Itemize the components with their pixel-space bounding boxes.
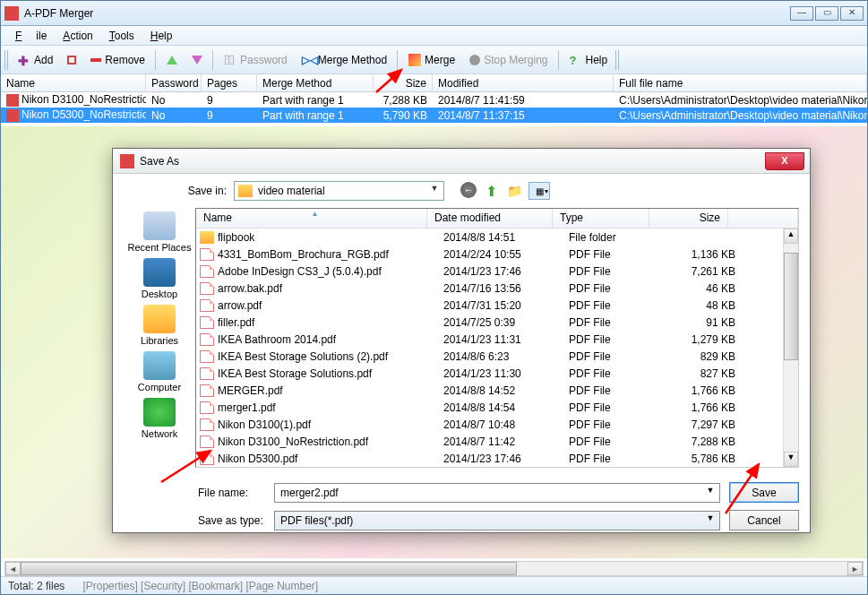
- save-in-combo[interactable]: video material ▼: [234, 181, 444, 201]
- separator: [558, 50, 560, 70]
- dialog-bottom: File name: merger2.pdf ▼ Save Save as ty…: [113, 475, 810, 530]
- add-blank-button[interactable]: [61, 52, 82, 68]
- arrow-down-icon: [192, 56, 202, 65]
- file-row[interactable]: Nikon D5300.pdf 2014/1/23 17:46 PDF File…: [196, 450, 783, 467]
- pdf-icon: [200, 435, 214, 448]
- file-row[interactable]: MERGER.pdf 2014/8/8 14:52 PDF File 1,766…: [196, 382, 783, 399]
- file-row[interactable]: IKEA Best Storage Solutions (2).pdf 2014…: [196, 348, 783, 365]
- stop-merging-button[interactable]: Stop Merging: [463, 50, 554, 70]
- view-menu-button[interactable]: ▦: [529, 182, 550, 200]
- move-down-button[interactable]: [185, 52, 209, 68]
- header-type[interactable]: Type: [553, 209, 649, 228]
- scroll-left-button[interactable]: ◄: [5, 562, 21, 575]
- file-row[interactable]: filler.pdf 2014/7/25 0:39 PDF File 91 KB: [196, 314, 783, 331]
- minimize-button[interactable]: —: [790, 6, 813, 21]
- file-row[interactable]: IKEA Best Storage Solutions.pdf 2014/1/2…: [196, 365, 783, 382]
- file-row[interactable]: arrow.bak.pdf 2014/7/16 13:56 PDF File 4…: [196, 280, 783, 297]
- status-total: Total: 2 files: [8, 580, 64, 592]
- scroll-thumb[interactable]: [21, 562, 517, 575]
- header-date[interactable]: Date modified: [427, 209, 553, 228]
- save-as-dialog: Save As X Save in: video material ▼ ← ⬆ …: [112, 148, 811, 533]
- save-in-row: Save in: video material ▼ ← ⬆ 📁 ▦: [124, 181, 799, 201]
- scroll-track[interactable]: [784, 244, 798, 452]
- file-row[interactable]: Adobe InDesign CS3_J (5.0.4).pdf 2014/1/…: [196, 263, 783, 280]
- pdf-icon: [200, 299, 214, 312]
- save-button[interactable]: Save: [729, 482, 799, 503]
- toolbar-grip[interactable]: [4, 50, 10, 70]
- place-network[interactable]: Network: [142, 398, 177, 439]
- cancel-button[interactable]: Cancel: [729, 510, 799, 530]
- toolbar-grip[interactable]: [615, 50, 621, 70]
- place-computer[interactable]: Computer: [138, 351, 181, 392]
- file-row[interactable]: Nikon D3100(1).pdf 2014/8/7 10:48 PDF Fi…: [196, 416, 783, 433]
- col-password[interactable]: Password: [146, 74, 202, 91]
- computer-icon: [143, 351, 176, 380]
- plus-icon: ✚: [18, 54, 30, 66]
- up-button[interactable]: ⬆: [482, 182, 500, 200]
- pdf-icon: [200, 282, 214, 295]
- menu-help[interactable]: Help: [143, 28, 180, 44]
- horizontal-scrollbar[interactable]: ◄ ►: [4, 561, 864, 576]
- list-row[interactable]: Nikon D5300_NoRestriction... No 9 Part w…: [1, 108, 867, 123]
- chevron-down-icon: ▼: [703, 486, 718, 500]
- dialog-close-button[interactable]: X: [765, 152, 804, 170]
- titlebar[interactable]: A-PDF Merger — ▭ ✕: [1, 1, 867, 26]
- col-name[interactable]: Name: [1, 74, 146, 91]
- dialog-titlebar[interactable]: Save As X: [113, 149, 810, 174]
- scroll-up-button[interactable]: ▲: [784, 229, 798, 244]
- new-folder-button[interactable]: 📁: [505, 182, 523, 200]
- password-button[interactable]: ⚿Password: [218, 50, 294, 70]
- move-up-button[interactable]: [160, 52, 184, 68]
- file-row[interactable]: merger1.pdf 2014/8/8 14:54 PDF File 1,76…: [196, 399, 783, 416]
- window-buttons: — ▭ ✕: [790, 6, 864, 21]
- list-row[interactable]: Nikon D3100_NoRestriction... No 9 Part w…: [1, 92, 867, 108]
- merge-button[interactable]: Merge: [402, 50, 461, 70]
- file-row[interactable]: IKEA Bathroom 2014.pdf 2014/1/23 11:31 P…: [196, 331, 783, 348]
- place-libraries[interactable]: Libraries: [141, 305, 178, 346]
- scroll-down-button[interactable]: ▼: [784, 452, 798, 467]
- separator: [397, 50, 399, 70]
- col-modified[interactable]: Modified: [433, 74, 614, 91]
- help-button[interactable]: ?Help: [563, 50, 614, 70]
- menu-file[interactable]: File: [8, 28, 54, 44]
- col-merge-method[interactable]: Merge Method: [257, 74, 374, 91]
- folder-icon: [238, 185, 253, 197]
- file-row[interactable]: flipbook 2014/8/8 14:51 File folder: [196, 229, 783, 246]
- separator: [155, 50, 157, 70]
- col-pages[interactable]: Pages: [202, 74, 257, 91]
- close-button[interactable]: ✕: [840, 6, 864, 21]
- remove-button[interactable]: Remove: [84, 50, 151, 70]
- file-row[interactable]: 4331_BomBom_Brochura_RGB.pdf 2014/2/24 1…: [196, 246, 783, 263]
- filename-label: File name:: [198, 487, 265, 499]
- save-in-label: Save in:: [177, 185, 227, 197]
- menu-tools[interactable]: Tools: [102, 28, 142, 44]
- file-panel: Name▲ Date modified Type Size flipbook 2…: [195, 208, 799, 468]
- toolbar: ✚Add Remove ⚿Password ▷◁Merge Method Mer…: [1, 46, 867, 74]
- col-full-filename[interactable]: Full file name: [614, 74, 867, 91]
- pdf-icon: [200, 418, 214, 431]
- merge-method-button[interactable]: ▷◁Merge Method: [296, 50, 393, 70]
- pdf-icon: [200, 316, 214, 329]
- place-recent[interactable]: Recent Places: [128, 211, 192, 253]
- back-button[interactable]: ←: [460, 182, 477, 198]
- filename-input[interactable]: merger2.pdf ▼: [274, 483, 720, 503]
- header-name[interactable]: Name▲: [196, 209, 427, 228]
- sort-asc-icon: ▲: [312, 210, 319, 218]
- scroll-track[interactable]: [21, 562, 847, 575]
- libraries-icon: [143, 305, 176, 333]
- header-size[interactable]: Size: [649, 209, 728, 228]
- scroll-right-button[interactable]: ►: [847, 562, 863, 575]
- minus-icon: [90, 58, 101, 62]
- maximize-button[interactable]: ▭: [815, 6, 838, 21]
- file-row[interactable]: Nikon D3100_NoRestriction.pdf 2014/8/7 1…: [196, 433, 783, 450]
- place-desktop[interactable]: Desktop: [142, 258, 177, 299]
- nav-icons: ← ⬆ 📁 ▦: [460, 182, 550, 200]
- vertical-scrollbar[interactable]: ▲ ▼: [783, 229, 798, 467]
- scroll-thumb[interactable]: [784, 253, 798, 360]
- add-button[interactable]: ✚Add: [12, 50, 59, 70]
- statusbar: Total: 2 files [Properties] [Security] […: [1, 576, 867, 594]
- menu-action[interactable]: Action: [56, 28, 99, 44]
- type-select[interactable]: PDF files(*.pdf) ▼: [274, 511, 720, 530]
- col-size[interactable]: Size: [374, 74, 433, 91]
- file-row[interactable]: arrow.pdf 2014/7/31 15:20 PDF File 48 KB: [196, 297, 783, 314]
